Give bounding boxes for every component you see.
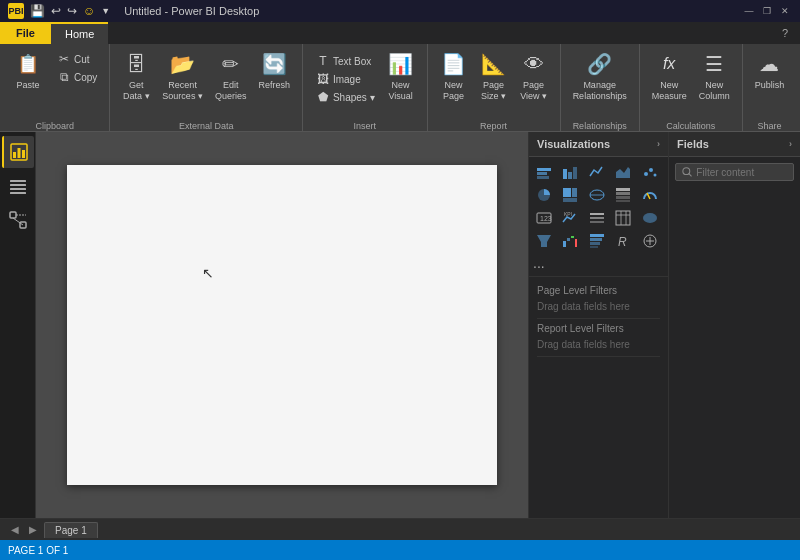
image-button[interactable]: 🖼 Image <box>311 70 379 88</box>
viz-kpi[interactable]: KPI <box>559 207 581 229</box>
svg-point-21 <box>653 174 656 177</box>
copy-button[interactable]: ⧉ Copy <box>52 68 101 86</box>
fields-title: Fields <box>677 138 709 150</box>
nav-data-view[interactable] <box>2 170 34 202</box>
report-canvas[interactable]: ↖ <box>67 165 497 485</box>
ribbon: 📋 Paste ✂ Cut ⧉ Copy Clipboard 🗄 GetData… <box>0 44 800 132</box>
report-level-drop-area[interactable]: Drag data fields here <box>537 336 660 357</box>
visualizations-title: Visualizations <box>537 138 610 150</box>
edit-queries-button[interactable]: ✏ EditQueries <box>211 48 251 104</box>
copy-icon: ⧉ <box>56 69 72 85</box>
shapes-button[interactable]: ⬟ Shapes ▾ <box>311 88 379 106</box>
paste-icon: 📋 <box>14 50 42 78</box>
svg-point-20 <box>649 168 653 172</box>
search-icon <box>682 166 692 178</box>
svg-rect-17 <box>573 167 577 179</box>
ribbon-group-clipboard: 📋 Paste ✂ Cut ⧉ Copy Clipboard <box>0 44 110 131</box>
dropdown-icon[interactable]: ▼ <box>101 6 110 16</box>
page-next-button[interactable]: ▶ <box>26 523 40 537</box>
svg-marker-44 <box>537 235 551 247</box>
tab-file[interactable]: File <box>0 22 51 44</box>
viz-r-visual[interactable]: R <box>612 230 634 252</box>
viz-custom[interactable] <box>639 230 661 252</box>
viz-area-chart[interactable] <box>612 161 634 183</box>
viz-table[interactable] <box>612 207 634 229</box>
publish-icon: ☁ <box>755 50 783 78</box>
svg-rect-2 <box>17 148 20 158</box>
ribbon-group-share: ☁ Publish Share <box>743 44 797 131</box>
svg-point-19 <box>644 172 648 176</box>
svg-rect-14 <box>537 176 549 179</box>
viz-ribbon[interactable] <box>586 230 608 252</box>
redo-icon[interactable]: ↪ <box>67 4 77 18</box>
viz-funnel[interactable] <box>533 230 555 252</box>
visualizations-chevron[interactable]: › <box>657 139 660 149</box>
svg-rect-5 <box>10 184 26 186</box>
text-box-button[interactable]: T Text Box <box>311 52 379 70</box>
new-column-button[interactable]: ☰ NewColumn <box>695 48 734 104</box>
viz-gauge[interactable] <box>639 184 661 206</box>
svg-marker-18 <box>616 167 630 178</box>
viz-pie[interactable] <box>533 184 555 206</box>
maximize-button[interactable]: ❐ <box>760 4 774 18</box>
svg-rect-6 <box>10 188 26 190</box>
tab-home[interactable]: Home <box>51 22 108 44</box>
viz-matrix[interactable] <box>612 184 634 206</box>
help-icon[interactable]: ? <box>778 27 792 39</box>
viz-scatter[interactable] <box>639 161 661 183</box>
fields-search-box[interactable] <box>675 163 794 181</box>
viz-map[interactable] <box>586 184 608 206</box>
svg-rect-23 <box>563 188 571 197</box>
nav-report-view[interactable] <box>2 136 34 168</box>
ribbon-group-relationships: 🔗 ManageRelationships Relationships <box>561 44 640 131</box>
page-size-icon: 📐 <box>480 50 508 78</box>
new-measure-icon: fx <box>655 50 683 78</box>
page-tab-1[interactable]: Page 1 <box>44 522 98 538</box>
svg-rect-38 <box>590 221 604 223</box>
viz-clustered-bar[interactable] <box>559 161 581 183</box>
svg-rect-50 <box>590 238 602 241</box>
recent-sources-button[interactable]: 📂 RecentSources ▾ <box>158 48 207 104</box>
more-visualizations-button[interactable]: ··· <box>529 256 668 276</box>
viz-waterfall[interactable] <box>559 230 581 252</box>
svg-text:R: R <box>618 235 627 249</box>
minimize-button[interactable]: — <box>742 4 756 18</box>
viz-treemap[interactable] <box>559 184 581 206</box>
page-prev-button[interactable]: ◀ <box>8 523 22 537</box>
close-button[interactable]: ✕ <box>778 4 792 18</box>
new-measure-button[interactable]: fx NewMeasure <box>648 48 691 104</box>
new-visual-button[interactable]: 📊 NewVisual <box>383 48 419 104</box>
new-page-button[interactable]: 📄 NewPage <box>436 48 472 104</box>
canvas-area[interactable]: ↖ <box>36 132 528 518</box>
smiley-icon[interactable]: ☺ <box>83 4 95 18</box>
publish-button[interactable]: ☁ Publish <box>751 48 789 93</box>
undo-icon[interactable]: ↩ <box>51 4 61 18</box>
svg-rect-24 <box>572 188 577 197</box>
cut-icon: ✂ <box>56 51 72 67</box>
paste-button[interactable]: 📋 Paste <box>8 48 48 93</box>
fields-search-input[interactable] <box>696 167 787 178</box>
get-data-icon: 🗄 <box>122 50 150 78</box>
page-view-button[interactable]: 👁 PageView ▾ <box>516 48 552 104</box>
viz-card[interactable]: 123 <box>533 207 555 229</box>
viz-slicer[interactable] <box>586 207 608 229</box>
nav-relationships-view[interactable] <box>2 204 34 236</box>
filters-section: Page Level Filters Drag data fields here… <box>529 276 668 361</box>
cut-button[interactable]: ✂ Cut <box>52 50 101 68</box>
svg-rect-39 <box>616 211 630 225</box>
svg-point-43 <box>643 213 657 223</box>
refresh-button[interactable]: 🔄 Refresh <box>254 48 294 93</box>
fields-chevron[interactable]: › <box>789 139 792 149</box>
cursor: ↖ <box>202 265 214 281</box>
viz-stacked-bar[interactable] <box>533 161 555 183</box>
viz-line-chart[interactable] <box>586 161 608 183</box>
viz-filled-map[interactable] <box>639 207 661 229</box>
svg-rect-30 <box>616 196 630 199</box>
get-data-button[interactable]: 🗄 GetData ▾ <box>118 48 154 104</box>
recent-sources-icon: 📂 <box>169 50 197 78</box>
ribbon-group-report: 📄 NewPage 📐 PageSize ▾ 👁 PageView ▾ Repo… <box>428 44 561 131</box>
save-icon[interactable]: 💾 <box>30 4 45 18</box>
page-size-button[interactable]: 📐 PageSize ▾ <box>476 48 512 104</box>
page-level-drop-area[interactable]: Drag data fields here <box>537 298 660 319</box>
manage-relationships-button[interactable]: 🔗 ManageRelationships <box>569 48 631 104</box>
